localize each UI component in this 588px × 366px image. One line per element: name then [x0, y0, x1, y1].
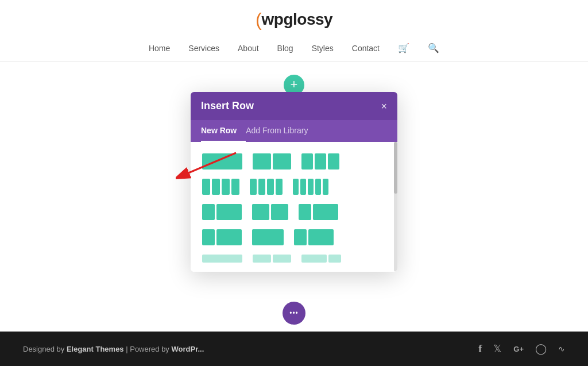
nav-blog[interactable]: Blog: [277, 44, 293, 53]
nav-home[interactable]: Home: [149, 44, 170, 53]
wordpress-link[interactable]: WordPr...: [171, 345, 204, 353]
layout-option-1-2[interactable]: [201, 203, 243, 221]
twitter-icon[interactable]: 𝕏: [493, 342, 502, 355]
modal-title: Insert Row: [201, 100, 254, 112]
logo: ( wpglossy: [256, 10, 332, 29]
main-nav: Home Services About Blog Styles Contact …: [149, 37, 439, 61]
footer-credit: Designed by Elegant Themes | Powered by …: [23, 345, 204, 353]
search-icon[interactable]: 🔍: [428, 43, 439, 53]
facebook-icon[interactable]: f: [478, 343, 482, 355]
logo-paren: (: [256, 10, 262, 29]
modal-close-button[interactable]: ×: [381, 101, 387, 111]
layout-option-3asym[interactable]: [293, 228, 335, 246]
layout-option-4col[interactable]: [201, 178, 241, 196]
layout-grid: [201, 152, 387, 264]
main-content: Insert Row × New Row Add From Library: [0, 62, 588, 366]
layout-row-3: [201, 203, 387, 221]
scrollbar-thumb: [394, 142, 397, 194]
layout-row-2: [201, 178, 387, 196]
layout-row-5: [201, 253, 387, 264]
layout-option-2-1-variant[interactable]: [251, 203, 289, 221]
layout-option-small-wide[interactable]: [201, 228, 243, 246]
layout-option-3-1[interactable]: [297, 203, 339, 221]
layout-option-r5c[interactable]: [300, 253, 342, 264]
layout-row-1: [201, 152, 387, 171]
nav-services[interactable]: Services: [188, 44, 219, 53]
layout-option-r5a[interactable]: [201, 253, 243, 264]
layout-row-4: [201, 228, 387, 246]
layout-option-5col[interactable]: [292, 178, 330, 196]
cart-icon[interactable]: 🛒: [398, 43, 409, 53]
nav-styles[interactable]: Styles: [312, 44, 334, 53]
tab-add-from-library[interactable]: Add From Library: [246, 120, 317, 142]
layout-option-2col[interactable]: [252, 152, 292, 171]
elegant-themes-link[interactable]: Elegant Themes: [67, 345, 124, 353]
layout-option-3col[interactable]: [300, 152, 341, 171]
site-header: ( wpglossy Home Services About Blog Styl…: [0, 0, 588, 62]
logo-text: wpglossy: [262, 10, 333, 29]
tab-new-row[interactable]: New Row: [201, 120, 246, 142]
modal-header: Insert Row ×: [191, 92, 397, 120]
nav-about[interactable]: About: [238, 44, 259, 53]
layout-option-equal-2b[interactable]: [251, 228, 285, 246]
nav-contact[interactable]: Contact: [352, 44, 380, 53]
modal-tabs: New Row Add From Library: [191, 120, 397, 142]
layout-option-1col[interactable]: [201, 152, 243, 171]
googleplus-icon[interactable]: G+: [513, 345, 524, 353]
modal-scroll-container: [191, 142, 397, 272]
layout-option-4col-v2[interactable]: [249, 178, 284, 196]
modal-body: [191, 142, 397, 272]
footer-social-icons: f 𝕏 G+ ◯ ∿: [478, 342, 565, 355]
insert-row-modal: Insert Row × New Row Add From Library: [191, 92, 397, 272]
modal-scrollbar[interactable]: [394, 142, 397, 272]
footer-bar: Designed by Elegant Themes | Powered by …: [0, 332, 588, 366]
rss-icon[interactable]: ∿: [558, 344, 565, 353]
layout-option-r5b[interactable]: [252, 253, 292, 264]
more-options-button[interactable]: [283, 302, 305, 325]
instagram-icon[interactable]: ◯: [535, 342, 547, 355]
